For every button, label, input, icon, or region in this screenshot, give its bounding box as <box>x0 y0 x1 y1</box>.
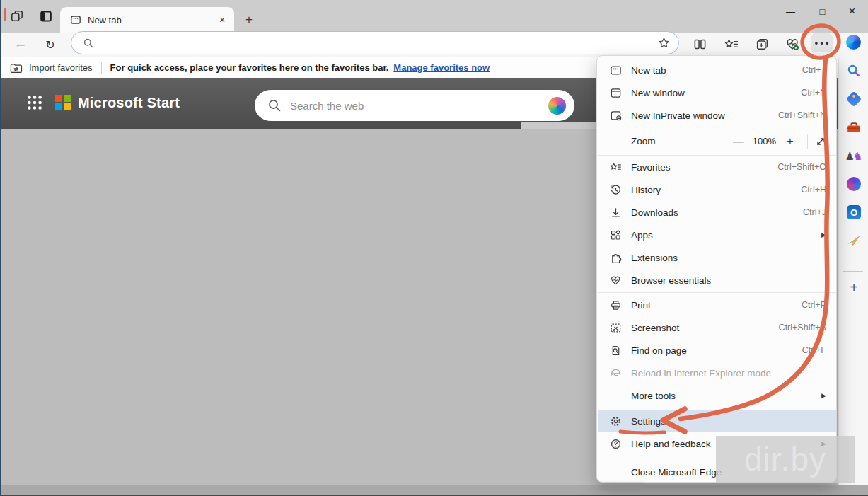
search-placeholder: Search the web <box>290 100 548 112</box>
menu-item-zoom: Zoom — 100% + <box>598 127 836 155</box>
bottom-band <box>0 485 868 495</box>
sidebar-tools-icon[interactable] <box>845 119 862 136</box>
sidebar-divider <box>843 271 863 272</box>
menu-item-reload-ie-mode: Reload in Internet Explorer mode <box>598 362 836 384</box>
extensions-icon <box>610 252 625 264</box>
import-favorites-icon <box>10 62 23 74</box>
help-icon <box>610 438 625 450</box>
inprivate-icon <box>610 110 625 122</box>
add-favorite-star-icon[interactable] <box>658 37 670 49</box>
settings-gear-icon <box>610 415 625 427</box>
watermark-text: dir.by <box>744 440 826 478</box>
start-page-brand: Microsoft Start <box>78 95 180 111</box>
menu-item-settings[interactable]: Settings <box>598 410 836 432</box>
favorites-icon <box>610 161 625 173</box>
menu-item-apps[interactable]: Apps ▶ <box>598 224 836 246</box>
menu-item-more-tools[interactable]: More tools ▶ <box>598 384 836 407</box>
sidebar-microsoft365-icon[interactable] <box>845 175 862 192</box>
new-tab-icon <box>610 64 625 76</box>
collections-button[interactable] <box>753 35 772 54</box>
minimize-button[interactable]: — <box>775 0 806 23</box>
menu-item-extensions[interactable]: Extensions <box>598 246 836 269</box>
refresh-button[interactable]: ↻ <box>41 35 59 54</box>
menu-item-new-window[interactable]: New window Ctrl+N <box>598 81 836 104</box>
zoom-in-button[interactable]: + <box>782 135 799 148</box>
back-button[interactable]: ← <box>11 35 30 53</box>
menu-divider <box>598 408 836 408</box>
search-icon <box>83 38 94 49</box>
import-favorites-button[interactable]: Import favorites <box>29 62 93 73</box>
browser-window: New tab × + — □ × ← ↻ • • • Import fa <box>0 0 868 496</box>
tab-actions-icon[interactable] <box>39 9 53 23</box>
tab-strip: New tab × + — □ × <box>0 0 868 33</box>
menu-divider <box>598 292 836 293</box>
tab-new-tab[interactable]: New tab × <box>60 7 234 33</box>
zoom-out-button[interactable]: — <box>730 135 747 148</box>
window-close-button[interactable]: × <box>836 0 868 23</box>
watermark: dir.by <box>716 436 855 483</box>
downloads-icon <box>610 207 625 219</box>
menu-item-find-on-page[interactable]: Find on page Ctrl+F <box>598 339 836 362</box>
settings-and-more-button[interactable]: • • • <box>811 33 833 52</box>
manage-favorites-link[interactable]: Manage favorites now <box>393 62 490 73</box>
menu-item-print[interactable]: Print Ctrl+P <box>598 294 836 316</box>
window-left-border <box>0 0 1 496</box>
screenshot-icon <box>610 322 625 334</box>
favorites-bar-divider <box>101 62 102 74</box>
submenu-caret-icon: ▶ <box>821 392 826 399</box>
sidebar-search-icon[interactable] <box>845 62 862 79</box>
tab-title: New tab <box>88 15 216 25</box>
menu-item-new-inprivate-window[interactable]: New InPrivate window Ctrl+Shift+N <box>598 104 836 127</box>
internet-explorer-icon <box>610 367 625 379</box>
menu-item-favorites[interactable]: Favorites Ctrl+Shift+O <box>598 156 836 178</box>
tab-close-button[interactable]: × <box>216 13 228 26</box>
search-icon <box>267 98 282 113</box>
copilot-search-icon[interactable] <box>548 97 566 115</box>
split-screen-button[interactable] <box>690 35 710 54</box>
find-on-page-icon <box>610 345 625 357</box>
sidebar-drop-icon[interactable] <box>845 232 862 249</box>
copilot-icon[interactable] <box>846 35 861 50</box>
app-launcher-grid-icon[interactable] <box>25 93 44 112</box>
settings-and-more-menu: New tab Ctrl+T New window Ctrl+N New InP… <box>596 55 837 483</box>
new-tab-button[interactable]: + <box>241 12 257 28</box>
maximize-button[interactable]: □ <box>806 0 838 23</box>
sidebar-games-icon[interactable]: ♟♞ <box>845 147 862 164</box>
fullscreen-icon[interactable] <box>815 136 826 147</box>
microsoft-logo <box>55 95 71 110</box>
web-search-box[interactable]: Search the web <box>255 90 574 121</box>
sidebar-shopping-icon[interactable] <box>845 91 862 108</box>
workspaces-icon[interactable] <box>10 10 24 23</box>
new-tab-page-icon <box>70 14 81 25</box>
menu-item-downloads[interactable]: Downloads Ctrl+J <box>598 201 836 224</box>
new-window-icon <box>610 87 625 99</box>
print-icon <box>610 299 625 311</box>
favorites-button[interactable] <box>722 35 741 54</box>
zoom-level: 100% <box>753 136 776 146</box>
menu-item-new-tab[interactable]: New tab Ctrl+T <box>598 59 836 81</box>
apps-icon <box>610 229 625 241</box>
sidebar-customize-button[interactable]: + <box>845 279 862 296</box>
browser-essentials-button[interactable] <box>783 35 802 54</box>
sidebar-outlook-icon[interactable]: O <box>845 204 862 221</box>
address-bar[interactable] <box>71 31 679 54</box>
menu-item-history[interactable]: History Ctrl+H <box>598 178 836 201</box>
menu-item-browser-essentials[interactable]: Browser essentials <box>598 269 836 292</box>
submenu-caret-icon: ▶ <box>821 231 826 238</box>
browser-essentials-icon <box>610 275 625 287</box>
bottom-artifact <box>600 483 644 490</box>
zoom-divider <box>807 134 808 149</box>
menu-item-screenshot[interactable]: Screenshot Ctrl+Shift+S <box>598 316 836 339</box>
history-icon <box>610 184 625 196</box>
favorites-bar-message: For quick access, place your favorites h… <box>110 62 389 73</box>
